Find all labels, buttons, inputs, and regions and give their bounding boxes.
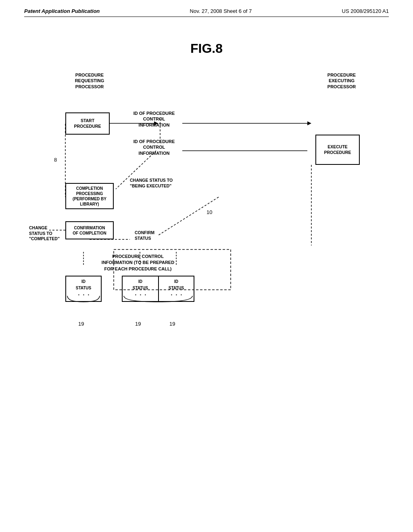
confirmation-completion-box: CONFIRMATION OF COMPLETION [65,221,114,239]
num-10-label: 10 [206,209,212,215]
dots-1: ・・・ [76,291,91,299]
id-label-1: ID [81,278,86,285]
figure-title: FIG.8 [24,41,389,56]
status-label-3: STATUS [169,285,184,291]
id-status-box-1: ID STATUS ・・・ [65,276,102,302]
status-label-2: STATUS [133,285,148,291]
change-status-completed-label: CHANGE STATUS TO "COMPLETED" [29,225,65,242]
num-19-2-label: 19 [135,321,141,327]
proc-ctrl-info-label: PROCEDURE CONTROL INFORMATION (TO BE PRE… [81,254,194,272]
id-label-2: ID [138,278,142,285]
execute-procedure-box: EXECUTE PROCEDURE [315,135,360,165]
diagram-container: PROCEDURE REQUESTING PROCESSOR PROCEDURE… [49,72,364,334]
dots-3: ・・・ [169,291,184,299]
proc-executing-label: PROCEDURE EXECUTING PROCESSOR [323,72,360,89]
status-label-1: STATUS [76,285,92,291]
start-procedure-box: START PROCEDURE [65,112,110,135]
id-proc-ctrl-label-1: ID OF PROCEDURE CONTROL INFORMATION [130,110,178,128]
header-right: US 2008/295120 A1 [342,8,389,14]
proc-requesting-label: PROCEDURE REQUESTING PROCESSOR [71,72,108,89]
id-status-box-3: ID STATUS ・・・ [158,276,194,302]
id-proc-ctrl-label-2: ID OF PROCEDURE CONTROL INFORMATION [130,139,178,156]
header-center: Nov. 27, 2008 Sheet 6 of 7 [190,8,252,14]
change-status-being-executed-label: CHANGE STATUS TO "BEING EXECUTED" [130,178,194,189]
num-19-3-label: 19 [169,321,175,327]
svg-marker-3 [307,121,311,125]
header-left: Patent Application Publication [24,8,100,14]
page-header: Patent Application Publication Nov. 27, … [24,8,389,17]
id-label-3: ID [174,278,178,285]
svg-line-10 [158,197,219,235]
completion-processing-box: COMPLETION PROCESSING (PERFORMED BY LIBR… [65,183,114,209]
num-19-1-label: 19 [78,321,84,327]
num-8-label: 8 [54,157,57,163]
id-status-box-2: ID STATUS ・・・ [122,276,158,302]
confirm-status-label: CONFIRM STATUS [135,230,171,241]
dots-2: ・・・ [133,291,148,299]
